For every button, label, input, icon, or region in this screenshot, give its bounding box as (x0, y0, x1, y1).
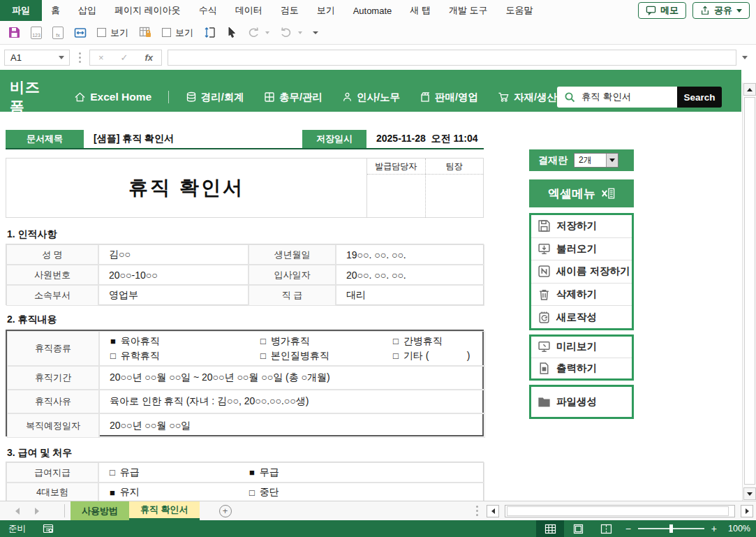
protect-sheet-button[interactable] (139, 27, 151, 38)
horizontal-scrollbar[interactable] (505, 505, 735, 517)
tab-review[interactable]: 검토 (272, 0, 308, 21)
formula-bar-expand-icon[interactable] (742, 56, 748, 59)
pay-option[interactable]: ■무급 (249, 466, 484, 479)
cancel-button[interactable]: × (90, 52, 112, 63)
zoom-slider-thumb[interactable] (669, 524, 673, 533)
redo-dropdown-icon[interactable] (265, 31, 269, 34)
redo-button[interactable] (247, 27, 269, 38)
menu-item-print[interactable]: 출력하기 (531, 358, 632, 379)
checkbox-icon[interactable] (162, 28, 171, 37)
nav-materials[interactable]: 자재/생산 (498, 91, 557, 104)
tab-page-layout[interactable]: 페이지 레이아웃 (105, 0, 190, 21)
approval-sign-cell-team-lead[interactable] (426, 175, 484, 217)
insurance-option[interactable]: □중단 (249, 486, 484, 499)
lock-view-checkbox[interactable]: 보기 (162, 27, 193, 39)
scroll-right-button[interactable] (741, 505, 753, 517)
zoom-in-button[interactable]: + (711, 523, 717, 534)
sheet-tab-usage[interactable]: 사용방법 (71, 501, 129, 520)
leave-type-option[interactable]: □병가휴직 (260, 335, 393, 348)
name-box[interactable]: A1 (4, 50, 70, 66)
dropdown-arrow-icon[interactable] (606, 154, 618, 167)
vertical-scrollbar-thumb[interactable] (744, 97, 755, 485)
menu-item-save-as[interactable]: 새이름 저장하기 (531, 260, 632, 283)
nav-hr-labor[interactable]: 인사/노무 (342, 91, 400, 104)
sheet-next-button[interactable] (35, 508, 39, 515)
undo-button[interactable] (280, 27, 302, 38)
scroll-left-button[interactable] (487, 505, 499, 517)
leave-type-option[interactable]: ■육아휴직 (110, 335, 260, 348)
leave-type-option[interactable]: □기타 ( ) (393, 350, 484, 362)
field-value[interactable]: 20○○-10○○ (98, 265, 249, 285)
approval-count-select[interactable]: 2개 (574, 153, 618, 168)
undo-dropdown-icon[interactable] (298, 31, 302, 34)
scrollbar-handle[interactable] (476, 506, 478, 516)
add-sheet-button[interactable]: + (219, 505, 232, 517)
field-value[interactable]: 육아로 인한 휴직 (자녀 : 김○○, 20○○.○○.○○생) (99, 390, 485, 413)
bizforms-logo[interactable]: 비즈폼 (10, 78, 45, 117)
macro-record-icon[interactable] (43, 524, 54, 534)
share-dropdown-icon[interactable] (736, 9, 742, 13)
leave-type-option[interactable]: □유학휴직 (110, 350, 260, 362)
freeze-view-checkbox[interactable]: 보기 (97, 27, 128, 39)
menu-item-delete[interactable]: 삭제하기 (531, 283, 632, 306)
zoom-slider[interactable] (638, 528, 704, 529)
tab-automate[interactable]: Automate (344, 0, 401, 21)
enter-button[interactable]: ✓ (112, 52, 137, 63)
nav-general-affairs[interactable]: 총무/관리 (264, 91, 323, 104)
zoom-out-button[interactable]: − (625, 523, 631, 534)
excel-home-link[interactable]: Excel Home (74, 91, 151, 103)
pay-option[interactable]: □유급 (110, 466, 249, 479)
horizontal-scrollbar-thumb[interactable] (507, 506, 729, 516)
name-box-dropdown-icon[interactable] (59, 56, 64, 59)
zoom-level[interactable]: 100% (724, 524, 750, 534)
nav-accounting[interactable]: 경리/회계 (186, 91, 244, 104)
freeze-panes-button[interactable] (74, 27, 87, 38)
leave-type-option[interactable]: □간병휴직 (393, 335, 484, 348)
leave-type-option[interactable]: □본인질병휴직 (260, 350, 393, 362)
vertical-scrollbar[interactable] (742, 82, 756, 501)
sheet-tab-leave-confirmation[interactable]: 휴직 확인서 (129, 501, 200, 520)
tab-file[interactable]: 파일 (0, 0, 42, 21)
approval-sign-cell-issuer[interactable] (367, 175, 426, 217)
save-button[interactable] (8, 27, 20, 38)
search-button[interactable]: Search (677, 87, 722, 108)
share-button[interactable]: 공유 (692, 2, 750, 19)
sheet-prev-button[interactable] (15, 508, 20, 515)
tab-data[interactable]: 데이터 (226, 0, 272, 21)
menu-item-save[interactable]: 저장하기 (531, 215, 632, 237)
field-value[interactable]: 19○○. ○○. ○○. (336, 244, 484, 265)
search-input[interactable] (581, 92, 658, 103)
row-height-button[interactable] (204, 27, 216, 38)
tab-home[interactable]: 홈 (42, 0, 69, 21)
normal-view-button[interactable] (536, 520, 564, 537)
scroll-up-button[interactable] (743, 83, 756, 96)
tab-help[interactable]: 도움말 (497, 0, 542, 21)
comments-button[interactable]: 메모 (638, 2, 686, 19)
formula-input[interactable] (168, 50, 736, 66)
select-cursor-button[interactable] (227, 27, 237, 38)
field-value[interactable]: 20○○년 ○○월 ○○일 (99, 413, 485, 438)
field-value[interactable]: 20○○. ○○. ○○. (336, 265, 484, 285)
checkbox-icon[interactable] (97, 28, 106, 37)
tab-insert[interactable]: 삽입 (69, 0, 105, 21)
paste-values-button[interactable]: 123 (31, 27, 42, 39)
tab-view[interactable]: 보기 (308, 0, 344, 21)
insurance-option[interactable]: ■유지 (110, 486, 249, 499)
page-break-view-button[interactable] (592, 520, 620, 537)
field-value[interactable]: 김○○ (98, 244, 249, 265)
menu-item-file-create[interactable]: 파일생성 (531, 387, 632, 417)
menu-item-new[interactable]: 새로작성 (531, 305, 632, 328)
tab-new-tab[interactable]: 새 탭 (401, 0, 440, 21)
nav-sales[interactable]: 판매/영업 (420, 91, 478, 104)
qat-overflow-button[interactable] (313, 31, 318, 34)
field-value[interactable]: 영업부 (98, 285, 249, 306)
page-layout-view-button[interactable] (564, 520, 592, 537)
tab-formulas[interactable]: 수식 (190, 0, 226, 21)
field-value[interactable]: 20○○년 ○○월 ○○일 ~ 20○○년 ○○월 ○○일 (총 ○개월) (99, 366, 485, 390)
field-value[interactable]: 대리 (336, 285, 484, 306)
paste-formulas-button[interactable]: fx (52, 27, 64, 39)
tab-developer[interactable]: 개발 도구 (440, 0, 497, 21)
insert-function-button[interactable]: fx (137, 52, 162, 63)
menu-item-preview[interactable]: 미리보기 (531, 337, 632, 358)
scroll-down-button[interactable] (743, 487, 756, 500)
